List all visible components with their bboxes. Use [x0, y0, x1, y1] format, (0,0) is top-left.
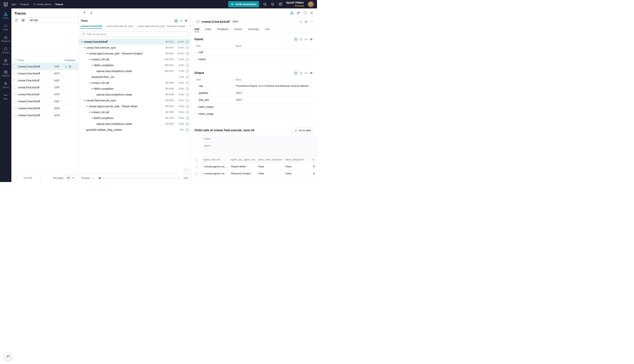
sidebar-item-playground[interactable]: Playground [0, 33, 11, 44]
overflow-menu-icon[interactable]: ⋯ [310, 20, 313, 23]
trace-tree-row[interactable]: crewai.Crew.kickoff $0.0010 19.83s [79, 39, 191, 45]
row-checkbox[interactable] [14, 72, 17, 75]
previous-call-arrow-up-icon[interactable] [83, 11, 86, 14]
timeline-slider[interactable] [97, 178, 175, 178]
input-row-self[interactable]: ›self [194, 49, 313, 56]
breadcrumb-page[interactable]: Traces [55, 3, 63, 6]
select-all-checkbox[interactable] [14, 59, 17, 62]
trace-list-row[interactable]: crewai.Flow.kickoffeab1 [11, 77, 78, 84]
tree-view-button[interactable] [174, 18, 178, 23]
sidebar-item-datasets[interactable]: Datasets [0, 68, 11, 79]
code-view-button[interactable] [304, 71, 308, 75]
breadcrumb-project[interactable]: crewai_demo [33, 3, 51, 6]
invite-teammates-button[interactable]: Invite teammates [228, 1, 259, 7]
trace-tree-row[interactable]: openai.chat.completions.create $0.0003 5… [79, 121, 191, 127]
trace-list-row[interactable]: crewai.Crew.kickoffe058 [11, 105, 78, 112]
trace-name[interactable]: crewai.Flow.kickoff [18, 93, 39, 96]
trace-name[interactable]: crewai.Crew.kickoff [18, 72, 40, 75]
select-all-checkbox[interactable] [195, 158, 198, 161]
chevron-down-icon[interactable] [91, 118, 94, 118]
sidebar-item-more[interactable]: More [0, 91, 11, 102]
trace-list-row[interactable]: crewai.Crew.kickoff316c [11, 98, 78, 105]
help-icon[interactable] [278, 2, 282, 6]
expand-rows-button[interactable] [299, 37, 303, 42]
per-page-select[interactable]: 50 [66, 176, 75, 180]
row-checkbox[interactable] [195, 165, 198, 168]
flame-graph-view-button[interactable] [184, 18, 188, 23]
user-menu[interactable]: Ayush Thakur Personal [286, 1, 304, 7]
trace-tree-row[interactable]: SerperDevTool._run 1.66s [79, 74, 191, 80]
trace-tree-row[interactable]: crewai.Task.execute_sync $0.0003 5.87s [79, 98, 191, 103]
trace-name[interactable]: crewai.Crew.kickoff [18, 107, 40, 110]
chevron-down-icon[interactable] [83, 100, 86, 101]
edit-pencil-icon[interactable] [297, 11, 300, 14]
row-checkbox[interactable] [195, 172, 198, 175]
chevron-right-icon[interactable]: › [196, 106, 199, 108]
column-header-allow-code-execution[interactable]: allow_code_execution [257, 158, 284, 161]
trace-tree-row[interactable]: crewai.LLM.call $0.0003 5.85s [79, 109, 191, 115]
trace-name[interactable]: crewai.Crew.kickoff [18, 65, 40, 68]
output-row-token-usage[interactable]: ›token_usage [194, 110, 313, 117]
close-icon[interactable] [310, 11, 313, 14]
path-tab-task-execute[interactable]: crewai.Task.execute_sync [106, 24, 133, 29]
trace-name[interactable]: crewai.Crew.kickoff [18, 114, 40, 117]
trace-tree-row[interactable]: litellm.completion $0.0003 5.84s [79, 115, 191, 121]
tab-code[interactable]: Code [205, 26, 211, 32]
output-value[interactable]: **Investment Report: AI in Chemical and … [233, 84, 313, 87]
column-header-feedback[interactable]: Feedback [63, 58, 78, 63]
trace-tree-row[interactable]: crewai.LLM.call <$0.0001 2.82s [79, 56, 191, 62]
column-header-truncated[interactable]: b [312, 158, 317, 161]
tab-feedback[interactable]: Feedback [217, 26, 228, 32]
path-tab-llm-call[interactable]: crewai.LLM.cal [189, 24, 191, 29]
column-header-allow-delegation[interactable]: allow_delegation [284, 158, 312, 161]
output-row-raw[interactable]: raw **Investment Report: AI in Chemical … [194, 82, 313, 90]
sidebar-item-models[interactable]: Models [0, 56, 11, 68]
sidebar-item-evals[interactable]: Evals [0, 22, 11, 33]
chevron-down-icon[interactable] [88, 112, 91, 113]
row-checkbox[interactable] [14, 100, 17, 103]
hide-values-button[interactable] [309, 71, 313, 75]
feedback-positive-icon[interactable]: ☺ [65, 65, 67, 68]
wandb-logo[interactable] [0, 2, 11, 6]
trace-list-row[interactable]: crewai.Flow.kickoffc5ff [11, 91, 78, 98]
chevron-down-icon[interactable] [83, 47, 86, 48]
trace-tree-row[interactable]: openai.chat.completions.create $0.0006 9… [79, 92, 191, 98]
search-icon[interactable] [263, 2, 267, 6]
child-call-row[interactable]: <crewai.agents.cre... 'Research Analyst'… [194, 170, 317, 177]
trace-name[interactable]: crewai.Flow.kickoff [18, 79, 39, 82]
chevron-right-icon[interactable]: › [196, 112, 199, 115]
next-page-icon[interactable]: › [39, 176, 43, 180]
fullscreen-icon[interactable] [303, 11, 307, 14]
trace-tree-row[interactable]: litellm.completion $0.0006 9.40s [79, 86, 191, 92]
prev-page-icon[interactable]: ‹ [14, 176, 18, 180]
sidebar-item-scorers[interactable]: Scorers [0, 79, 11, 91]
timeline-next-icon[interactable]: › [177, 176, 180, 180]
trace-tree-row[interactable]: crewai.Agent.execute_task - 'Report Writ… [79, 103, 191, 109]
breadcrumb-projects[interactable]: Projects [20, 3, 29, 6]
row-checkbox[interactable] [14, 114, 17, 116]
notifications-bell-icon[interactable] [271, 2, 274, 6]
trace-tree-row[interactable]: crewai.Task.execute_sync $0.0007 13.92s [79, 45, 191, 50]
op-filter-input[interactable] [87, 33, 187, 36]
path-tab-agent-execute[interactable]: crewai.Agent.execute_task - 'Research An… [137, 24, 186, 29]
trace-list-row[interactable]: crewai.Crew.kickoff9d89 ☺ ☹ [11, 63, 78, 70]
chevron-down-icon[interactable] [86, 106, 89, 107]
output-row-json-dict[interactable]: json_dict null [194, 96, 313, 103]
trace-tree-row[interactable]: crewai.Agent.execute_task - 'Research An… [79, 50, 191, 56]
trace-tree-row[interactable]: guardrail-validate_blog_content 0ms [79, 127, 191, 133]
code-view-button[interactable] [179, 18, 183, 23]
path-tab-crew-kickoff[interactable]: crewai.Crew.kickoff [80, 24, 102, 29]
timeline-slider-handle[interactable] [99, 177, 101, 179]
column-header-agent-executor[interactable]: agent_executor [202, 158, 230, 161]
row-checkbox[interactable] [14, 65, 17, 68]
trace-name[interactable]: crewai.Flow.kickoff [18, 86, 39, 89]
hide-values-button[interactable] [309, 37, 313, 42]
column-header-trace[interactable]: Trace [18, 59, 63, 62]
chevron-right-icon[interactable]: › [196, 58, 199, 61]
tab-scores[interactable]: Scores [234, 26, 242, 32]
next-call-arrow-down-icon[interactable] [90, 11, 93, 14]
list-view-button[interactable] [293, 37, 298, 42]
chevron-right-icon[interactable]: › [196, 51, 199, 54]
ops-filter-select[interactable]: All Ops [28, 18, 78, 23]
output-row-tasks-output[interactable]: ›tasks_output [194, 103, 313, 110]
